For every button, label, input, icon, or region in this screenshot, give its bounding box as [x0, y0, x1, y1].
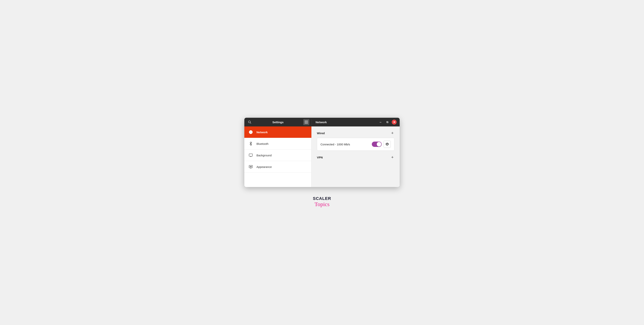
vpn-title: VPN: [317, 156, 323, 159]
wired-section-header: Wired +: [317, 131, 394, 135]
appearance-icon: [248, 164, 254, 169]
settings-window: Settings Network – ⧉ ✕: [244, 118, 400, 187]
sidebar: Network Bluetooth: [244, 126, 312, 187]
sidebar-item-appearance[interactable]: Appearance: [244, 161, 312, 173]
network-icon: [248, 129, 254, 135]
watermark-scaler: SCALER: [313, 196, 331, 201]
vpn-section-header: VPN +: [317, 155, 394, 159]
settings-title: Settings: [254, 121, 301, 124]
wired-toggle[interactable]: [372, 142, 382, 147]
titlebar-left: Settings: [244, 119, 312, 125]
sidebar-appearance-label: Appearance: [256, 165, 272, 168]
window-body: Network Bluetooth: [244, 126, 400, 187]
sidebar-bluetooth-label: Bluetooth: [256, 142, 268, 145]
maximize-button[interactable]: ⧉: [385, 120, 390, 125]
connection-controls: [372, 141, 391, 148]
svg-point-13: [251, 166, 252, 167]
close-button[interactable]: ✕: [392, 120, 397, 125]
minimize-button[interactable]: –: [378, 120, 383, 125]
bluetooth-icon: [248, 141, 254, 146]
wired-title: Wired: [317, 132, 325, 135]
wired-settings-button[interactable]: [384, 141, 391, 148]
vpn-add-button[interactable]: +: [390, 155, 394, 159]
watermark: SCALER Topics: [313, 196, 331, 207]
wired-connection-card: Connected - 1000 Mb/s: [317, 138, 394, 151]
wired-add-button[interactable]: +: [390, 131, 394, 135]
connection-status-label: Connected - 1000 Mb/s: [320, 143, 350, 146]
svg-point-0: [248, 121, 250, 123]
main-title: Network: [316, 121, 327, 124]
sidebar-item-background[interactable]: Background: [244, 150, 312, 161]
watermark-topics: Topics: [313, 201, 331, 207]
svg-rect-6: [249, 154, 252, 156]
sidebar-item-bluetooth[interactable]: Bluetooth: [244, 138, 312, 150]
sidebar-background-label: Background: [256, 154, 272, 157]
titlebar: Settings Network – ⧉ ✕: [244, 118, 400, 126]
toggle-knob: [377, 142, 381, 146]
sidebar-network-label: Network: [256, 131, 268, 134]
hamburger-button[interactable]: [303, 119, 309, 125]
svg-point-12: [250, 166, 250, 167]
background-icon: [248, 153, 254, 158]
search-icon[interactable]: [246, 119, 253, 125]
titlebar-right: Network – ⧉ ✕: [312, 120, 400, 125]
main-content: Wired + Connected - 1000 Mb/s: [312, 126, 400, 187]
svg-line-1: [250, 123, 251, 124]
window-controls: – ⧉ ✕: [378, 120, 397, 125]
sidebar-item-network[interactable]: Network: [244, 126, 312, 138]
svg-rect-9: [249, 165, 252, 168]
